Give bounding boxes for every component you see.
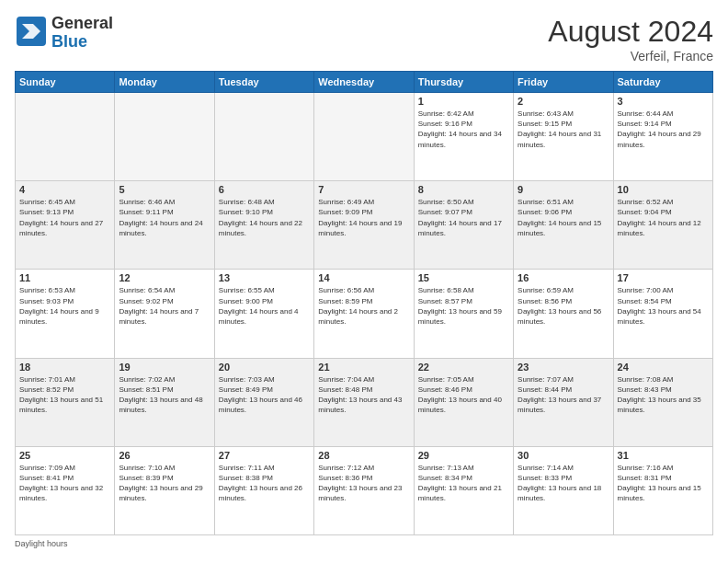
day-info: Sunrise: 6:53 AMSunset: 9:03 PMDaylight:… (19, 285, 110, 327)
calendar-cell (16, 93, 115, 181)
day-number: 12 (119, 272, 210, 283)
calendar-cell: 13Sunrise: 6:55 AMSunset: 9:00 PMDayligh… (214, 270, 313, 358)
calendar-cell: 29Sunrise: 7:13 AMSunset: 8:34 PMDayligh… (414, 446, 513, 534)
day-info: Sunrise: 6:49 AMSunset: 9:09 PMDaylight:… (318, 197, 409, 238)
day-number: 31 (618, 450, 709, 461)
day-info: Sunrise: 6:51 AMSunset: 9:06 PMDaylight:… (518, 197, 609, 238)
day-info: Sunrise: 6:48 AMSunset: 9:10 PMDaylight:… (219, 197, 310, 238)
day-number: 20 (219, 362, 310, 373)
calendar-cell: 12Sunrise: 6:54 AMSunset: 9:02 PMDayligh… (115, 270, 214, 358)
calendar-cell: 5Sunrise: 6:46 AMSunset: 9:11 PMDaylight… (115, 181, 214, 270)
weekday-header: Thursday (414, 72, 513, 93)
weekday-header: Saturday (613, 72, 712, 93)
day-info: Sunrise: 6:58 AMSunset: 8:57 PMDaylight:… (418, 285, 509, 327)
calendar-cell: 7Sunrise: 6:49 AMSunset: 9:09 PMDaylight… (314, 181, 414, 270)
day-info: Sunrise: 7:07 AMSunset: 8:44 PMDaylight:… (518, 374, 609, 416)
weekday-header: Friday (514, 72, 613, 93)
day-number: 11 (19, 272, 110, 283)
calendar-cell: 1Sunrise: 6:42 AMSunset: 9:16 PMDaylight… (414, 93, 513, 181)
day-info: Sunrise: 7:11 AMSunset: 8:38 PMDaylight:… (219, 463, 310, 504)
calendar-cell: 31Sunrise: 7:16 AMSunset: 8:31 PMDayligh… (613, 446, 712, 534)
day-info: Sunrise: 6:55 AMSunset: 9:00 PMDaylight:… (219, 285, 310, 327)
day-number: 19 (119, 362, 210, 373)
day-info: Sunrise: 7:03 AMSunset: 8:49 PMDaylight:… (219, 374, 310, 416)
day-number: 13 (219, 272, 310, 283)
day-number: 17 (618, 272, 709, 283)
calendar-cell: 15Sunrise: 6:58 AMSunset: 8:57 PMDayligh… (414, 270, 513, 358)
calendar-cell: 16Sunrise: 6:59 AMSunset: 8:56 PMDayligh… (514, 270, 613, 358)
day-number: 14 (318, 272, 409, 283)
weekday-header: Sunday (16, 72, 115, 93)
calendar-cell: 18Sunrise: 7:01 AMSunset: 8:52 PMDayligh… (16, 358, 115, 446)
month-year: August 2024 (548, 15, 713, 49)
day-number: 3 (618, 96, 709, 107)
day-number: 26 (119, 450, 210, 461)
day-number: 24 (618, 362, 709, 373)
calendar-cell: 2Sunrise: 6:43 AMSunset: 9:15 PMDaylight… (514, 93, 613, 181)
calendar-cell: 22Sunrise: 7:05 AMSunset: 8:46 PMDayligh… (414, 358, 513, 446)
day-info: Sunrise: 6:44 AMSunset: 9:14 PMDaylight:… (618, 109, 709, 150)
day-number: 15 (418, 272, 509, 283)
day-number: 29 (418, 450, 509, 461)
day-info: Sunrise: 7:10 AMSunset: 8:39 PMDaylight:… (119, 463, 210, 504)
day-info: Sunrise: 6:42 AMSunset: 9:16 PMDaylight:… (418, 109, 509, 150)
logo-text: General Blue (51, 15, 113, 52)
day-number: 10 (618, 184, 709, 195)
day-info: Sunrise: 7:02 AMSunset: 8:51 PMDaylight:… (119, 374, 210, 416)
weekday-header-row: SundayMondayTuesdayWednesdayThursdayFrid… (16, 72, 713, 93)
day-number: 27 (219, 450, 310, 461)
calendar-cell (214, 93, 313, 181)
header: General Blue August 2024 Verfeil, France (15, 15, 713, 63)
day-info: Sunrise: 6:59 AMSunset: 8:56 PMDaylight:… (518, 285, 609, 327)
day-number: 16 (518, 272, 609, 283)
calendar-week-row: 11Sunrise: 6:53 AMSunset: 9:03 PMDayligh… (16, 270, 713, 358)
day-info: Sunrise: 7:00 AMSunset: 8:54 PMDaylight:… (618, 285, 709, 327)
calendar-week-row: 1Sunrise: 6:42 AMSunset: 9:16 PMDaylight… (16, 93, 713, 181)
day-info: Sunrise: 6:56 AMSunset: 8:59 PMDaylight:… (318, 285, 409, 327)
day-number: 4 (19, 184, 110, 195)
calendar-cell: 28Sunrise: 7:12 AMSunset: 8:36 PMDayligh… (314, 446, 414, 534)
calendar-cell: 20Sunrise: 7:03 AMSunset: 8:49 PMDayligh… (214, 358, 313, 446)
weekday-header: Monday (115, 72, 214, 93)
day-info: Sunrise: 6:45 AMSunset: 9:13 PMDaylight:… (19, 197, 110, 238)
weekday-header: Wednesday (314, 72, 414, 93)
calendar-cell: 21Sunrise: 7:04 AMSunset: 8:48 PMDayligh… (314, 358, 414, 446)
day-number: 23 (518, 362, 609, 373)
day-number: 18 (19, 362, 110, 373)
day-number: 30 (518, 450, 609, 461)
calendar-cell: 27Sunrise: 7:11 AMSunset: 8:38 PMDayligh… (214, 446, 313, 534)
calendar-cell: 8Sunrise: 6:50 AMSunset: 9:07 PMDaylight… (414, 181, 513, 270)
day-info: Sunrise: 6:52 AMSunset: 9:04 PMDaylight:… (618, 197, 709, 238)
title-block: August 2024 Verfeil, France (548, 15, 713, 63)
calendar-cell: 19Sunrise: 7:02 AMSunset: 8:51 PMDayligh… (115, 358, 214, 446)
daylight-label: Daylight hours (15, 539, 68, 548)
page: General Blue August 2024 Verfeil, France… (0, 0, 728, 563)
calendar-cell: 4Sunrise: 6:45 AMSunset: 9:13 PMDaylight… (16, 181, 115, 270)
logo-general: General (51, 15, 113, 33)
calendar: SundayMondayTuesdayWednesdayThursdayFrid… (15, 71, 713, 535)
day-info: Sunrise: 7:05 AMSunset: 8:46 PMDaylight:… (418, 374, 509, 416)
day-info: Sunrise: 7:01 AMSunset: 8:52 PMDaylight:… (19, 374, 110, 416)
calendar-week-row: 18Sunrise: 7:01 AMSunset: 8:52 PMDayligh… (16, 358, 713, 446)
day-info: Sunrise: 6:43 AMSunset: 9:15 PMDaylight:… (518, 109, 609, 150)
day-info: Sunrise: 6:46 AMSunset: 9:11 PMDaylight:… (119, 197, 210, 238)
calendar-cell: 14Sunrise: 6:56 AMSunset: 8:59 PMDayligh… (314, 270, 414, 358)
calendar-cell (314, 93, 414, 181)
calendar-cell: 26Sunrise: 7:10 AMSunset: 8:39 PMDayligh… (115, 446, 214, 534)
day-number: 25 (19, 450, 110, 461)
day-number: 2 (518, 96, 609, 107)
location: Verfeil, France (548, 49, 713, 63)
day-number: 28 (318, 450, 409, 461)
day-number: 8 (418, 184, 509, 195)
calendar-cell: 11Sunrise: 6:53 AMSunset: 9:03 PMDayligh… (16, 270, 115, 358)
calendar-cell (115, 93, 214, 181)
day-info: Sunrise: 7:14 AMSunset: 8:33 PMDaylight:… (518, 463, 609, 504)
day-info: Sunrise: 7:04 AMSunset: 8:48 PMDaylight:… (318, 374, 409, 416)
weekday-header: Tuesday (214, 72, 313, 93)
day-number: 22 (418, 362, 509, 373)
day-info: Sunrise: 6:50 AMSunset: 9:07 PMDaylight:… (418, 197, 509, 238)
day-number: 1 (418, 96, 509, 107)
day-info: Sunrise: 6:54 AMSunset: 9:02 PMDaylight:… (119, 285, 210, 327)
day-info: Sunrise: 7:13 AMSunset: 8:34 PMDaylight:… (418, 463, 509, 504)
calendar-week-row: 25Sunrise: 7:09 AMSunset: 8:41 PMDayligh… (16, 446, 713, 534)
